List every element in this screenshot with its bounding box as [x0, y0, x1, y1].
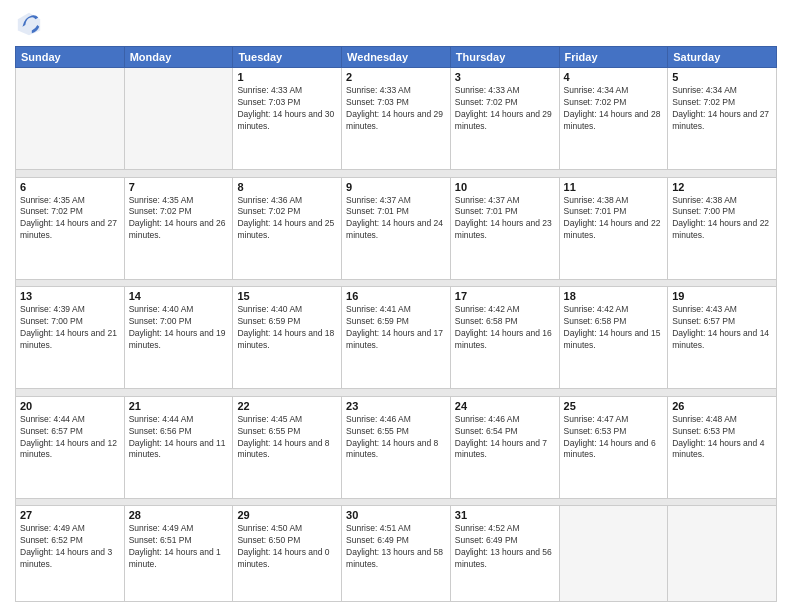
- day-cell: 16Sunrise: 4:41 AMSunset: 6:59 PMDayligh…: [342, 287, 451, 389]
- day-detail: Sunrise: 4:33 AMSunset: 7:02 PMDaylight:…: [455, 85, 555, 133]
- day-number: 22: [237, 400, 337, 412]
- day-number: 16: [346, 290, 446, 302]
- week-divider: [16, 389, 777, 397]
- day-detail: Sunrise: 4:33 AMSunset: 7:03 PMDaylight:…: [346, 85, 446, 133]
- day-number: 21: [129, 400, 229, 412]
- day-cell: 26Sunrise: 4:48 AMSunset: 6:53 PMDayligh…: [668, 396, 777, 498]
- day-number: 13: [20, 290, 120, 302]
- day-number: 30: [346, 509, 446, 521]
- calendar-table: SundayMondayTuesdayWednesdayThursdayFrid…: [15, 46, 777, 602]
- week-row: 27Sunrise: 4:49 AMSunset: 6:52 PMDayligh…: [16, 506, 777, 602]
- day-detail: Sunrise: 4:46 AMSunset: 6:54 PMDaylight:…: [455, 414, 555, 462]
- day-detail: Sunrise: 4:39 AMSunset: 7:00 PMDaylight:…: [20, 304, 120, 352]
- weekday-header: Tuesday: [233, 47, 342, 68]
- day-detail: Sunrise: 4:43 AMSunset: 6:57 PMDaylight:…: [672, 304, 772, 352]
- day-cell: [559, 506, 668, 602]
- day-cell: 5Sunrise: 4:34 AMSunset: 7:02 PMDaylight…: [668, 68, 777, 170]
- day-cell: 23Sunrise: 4:46 AMSunset: 6:55 PMDayligh…: [342, 396, 451, 498]
- week-row: 6Sunrise: 4:35 AMSunset: 7:02 PMDaylight…: [16, 177, 777, 279]
- day-cell: 25Sunrise: 4:47 AMSunset: 6:53 PMDayligh…: [559, 396, 668, 498]
- day-number: 20: [20, 400, 120, 412]
- day-cell: 31Sunrise: 4:52 AMSunset: 6:49 PMDayligh…: [450, 506, 559, 602]
- weekday-header: Thursday: [450, 47, 559, 68]
- day-number: 19: [672, 290, 772, 302]
- day-detail: Sunrise: 4:44 AMSunset: 6:57 PMDaylight:…: [20, 414, 120, 462]
- day-number: 11: [564, 181, 664, 193]
- week-row: 13Sunrise: 4:39 AMSunset: 7:00 PMDayligh…: [16, 287, 777, 389]
- week-divider: [16, 169, 777, 177]
- header: [15, 10, 777, 38]
- day-cell: 22Sunrise: 4:45 AMSunset: 6:55 PMDayligh…: [233, 396, 342, 498]
- day-cell: 11Sunrise: 4:38 AMSunset: 7:01 PMDayligh…: [559, 177, 668, 279]
- day-cell: 20Sunrise: 4:44 AMSunset: 6:57 PMDayligh…: [16, 396, 125, 498]
- day-number: 31: [455, 509, 555, 521]
- day-cell: 13Sunrise: 4:39 AMSunset: 7:00 PMDayligh…: [16, 287, 125, 389]
- weekday-header: Sunday: [16, 47, 125, 68]
- day-number: 28: [129, 509, 229, 521]
- weekday-header: Saturday: [668, 47, 777, 68]
- day-detail: Sunrise: 4:50 AMSunset: 6:50 PMDaylight:…: [237, 523, 337, 571]
- day-number: 1: [237, 71, 337, 83]
- day-detail: Sunrise: 4:35 AMSunset: 7:02 PMDaylight:…: [20, 195, 120, 243]
- logo-icon: [15, 10, 43, 38]
- day-detail: Sunrise: 4:42 AMSunset: 6:58 PMDaylight:…: [455, 304, 555, 352]
- day-detail: Sunrise: 4:34 AMSunset: 7:02 PMDaylight:…: [564, 85, 664, 133]
- day-detail: Sunrise: 4:37 AMSunset: 7:01 PMDaylight:…: [455, 195, 555, 243]
- day-cell: 18Sunrise: 4:42 AMSunset: 6:58 PMDayligh…: [559, 287, 668, 389]
- day-cell: 10Sunrise: 4:37 AMSunset: 7:01 PMDayligh…: [450, 177, 559, 279]
- day-number: 5: [672, 71, 772, 83]
- day-detail: Sunrise: 4:41 AMSunset: 6:59 PMDaylight:…: [346, 304, 446, 352]
- day-cell: 14Sunrise: 4:40 AMSunset: 7:00 PMDayligh…: [124, 287, 233, 389]
- day-cell: [668, 506, 777, 602]
- svg-marker-0: [18, 13, 40, 35]
- day-detail: Sunrise: 4:45 AMSunset: 6:55 PMDaylight:…: [237, 414, 337, 462]
- day-cell: 28Sunrise: 4:49 AMSunset: 6:51 PMDayligh…: [124, 506, 233, 602]
- day-cell: 30Sunrise: 4:51 AMSunset: 6:49 PMDayligh…: [342, 506, 451, 602]
- logo: [15, 10, 47, 38]
- day-detail: Sunrise: 4:48 AMSunset: 6:53 PMDaylight:…: [672, 414, 772, 462]
- day-cell: 12Sunrise: 4:38 AMSunset: 7:00 PMDayligh…: [668, 177, 777, 279]
- day-number: 14: [129, 290, 229, 302]
- day-detail: Sunrise: 4:42 AMSunset: 6:58 PMDaylight:…: [564, 304, 664, 352]
- calendar-page: SundayMondayTuesdayWednesdayThursdayFrid…: [0, 0, 792, 612]
- day-cell: 27Sunrise: 4:49 AMSunset: 6:52 PMDayligh…: [16, 506, 125, 602]
- day-number: 26: [672, 400, 772, 412]
- day-cell: 9Sunrise: 4:37 AMSunset: 7:01 PMDaylight…: [342, 177, 451, 279]
- day-number: 24: [455, 400, 555, 412]
- week-row: 1Sunrise: 4:33 AMSunset: 7:03 PMDaylight…: [16, 68, 777, 170]
- day-number: 8: [237, 181, 337, 193]
- day-detail: Sunrise: 4:52 AMSunset: 6:49 PMDaylight:…: [455, 523, 555, 571]
- day-number: 3: [455, 71, 555, 83]
- week-divider: [16, 279, 777, 287]
- day-detail: Sunrise: 4:51 AMSunset: 6:49 PMDaylight:…: [346, 523, 446, 571]
- day-number: 10: [455, 181, 555, 193]
- day-cell: 7Sunrise: 4:35 AMSunset: 7:02 PMDaylight…: [124, 177, 233, 279]
- day-number: 23: [346, 400, 446, 412]
- day-number: 29: [237, 509, 337, 521]
- day-cell: 29Sunrise: 4:50 AMSunset: 6:50 PMDayligh…: [233, 506, 342, 602]
- day-detail: Sunrise: 4:40 AMSunset: 7:00 PMDaylight:…: [129, 304, 229, 352]
- weekday-header: Friday: [559, 47, 668, 68]
- day-cell: 8Sunrise: 4:36 AMSunset: 7:02 PMDaylight…: [233, 177, 342, 279]
- day-number: 9: [346, 181, 446, 193]
- day-cell: 2Sunrise: 4:33 AMSunset: 7:03 PMDaylight…: [342, 68, 451, 170]
- day-detail: Sunrise: 4:49 AMSunset: 6:52 PMDaylight:…: [20, 523, 120, 571]
- day-cell: 21Sunrise: 4:44 AMSunset: 6:56 PMDayligh…: [124, 396, 233, 498]
- day-detail: Sunrise: 4:38 AMSunset: 7:00 PMDaylight:…: [672, 195, 772, 243]
- day-cell: 4Sunrise: 4:34 AMSunset: 7:02 PMDaylight…: [559, 68, 668, 170]
- week-row: 20Sunrise: 4:44 AMSunset: 6:57 PMDayligh…: [16, 396, 777, 498]
- day-detail: Sunrise: 4:36 AMSunset: 7:02 PMDaylight:…: [237, 195, 337, 243]
- day-detail: Sunrise: 4:33 AMSunset: 7:03 PMDaylight:…: [237, 85, 337, 133]
- day-detail: Sunrise: 4:47 AMSunset: 6:53 PMDaylight:…: [564, 414, 664, 462]
- day-cell: [124, 68, 233, 170]
- day-number: 12: [672, 181, 772, 193]
- day-number: 2: [346, 71, 446, 83]
- day-cell: 17Sunrise: 4:42 AMSunset: 6:58 PMDayligh…: [450, 287, 559, 389]
- day-cell: 19Sunrise: 4:43 AMSunset: 6:57 PMDayligh…: [668, 287, 777, 389]
- day-cell: 15Sunrise: 4:40 AMSunset: 6:59 PMDayligh…: [233, 287, 342, 389]
- day-cell: 24Sunrise: 4:46 AMSunset: 6:54 PMDayligh…: [450, 396, 559, 498]
- day-cell: [16, 68, 125, 170]
- day-detail: Sunrise: 4:46 AMSunset: 6:55 PMDaylight:…: [346, 414, 446, 462]
- week-divider: [16, 498, 777, 506]
- day-detail: Sunrise: 4:49 AMSunset: 6:51 PMDaylight:…: [129, 523, 229, 571]
